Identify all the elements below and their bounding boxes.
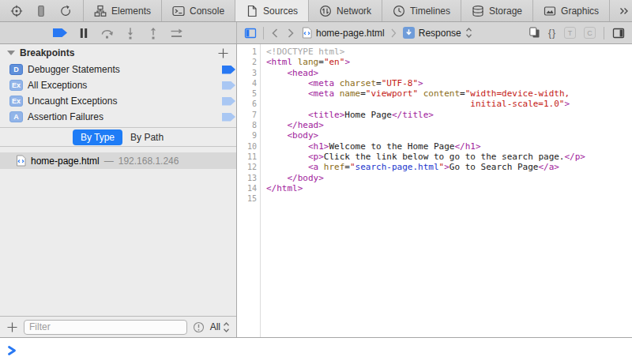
inspect-crosshair-button[interactable] <box>10 5 23 17</box>
tab-elements[interactable]: Elements <box>83 0 161 21</box>
line-number-gutter[interactable]: 123456789101112131415 <box>237 44 261 337</box>
breakpoint-flag-icon[interactable] <box>222 97 235 106</box>
code-line[interactable]: <!DOCTYPE html> <box>266 47 632 57</box>
breakpoint-label: All Exceptions <box>28 80 87 91</box>
pretty-print-button[interactable]: {} <box>548 28 556 39</box>
page-controls <box>0 0 83 21</box>
breakpoint-flag-icon[interactable] <box>222 66 235 74</box>
code-line[interactable]: </html> <box>266 183 632 193</box>
device-icon <box>35 5 47 17</box>
main-toolbar: ElementsConsoleSourcesNetworkTimelinesSt… <box>0 0 632 22</box>
type-icon: T <box>564 27 576 39</box>
breakpoint-item-uncaught-exceptions[interactable]: ExUncaught Exceptions <box>0 93 236 109</box>
line-number[interactable]: 5 <box>237 88 257 99</box>
line-number[interactable]: 6 <box>237 99 257 109</box>
braces-icon: {} <box>548 28 556 39</box>
copy-button[interactable] <box>529 27 540 39</box>
tab-network[interactable]: Network <box>308 0 382 21</box>
breakpoints-toggle-button[interactable] <box>53 28 67 37</box>
scope-by-path-button[interactable]: By Path <box>130 132 164 143</box>
reload-button[interactable] <box>59 5 72 17</box>
breakpoint-item-all-exceptions[interactable]: ExAll Exceptions <box>0 77 236 93</box>
line-number[interactable]: 12 <box>237 162 257 172</box>
line-number[interactable]: 9 <box>237 130 257 141</box>
show-types-button[interactable]: T <box>564 27 576 39</box>
pause-button[interactable] <box>77 28 90 39</box>
breakpoints-section-header[interactable]: Breakpoints <box>0 44 236 62</box>
step-next-button[interactable] <box>170 27 183 39</box>
filter-scope-label: All <box>210 321 220 332</box>
add-breakpoint-button[interactable] <box>217 47 229 59</box>
tab-timelines[interactable]: Timelines <box>382 0 461 21</box>
coverage-icon: C <box>584 27 596 39</box>
line-number[interactable]: 14 <box>237 183 257 193</box>
step-out-button[interactable] <box>147 27 160 39</box>
filter-add-button[interactable] <box>6 321 18 333</box>
breakpoint-flag-icon[interactable] <box>222 81 235 90</box>
step-into-button[interactable] <box>124 27 137 39</box>
filter-scope-picker[interactable]: All <box>210 321 230 332</box>
sources-icon <box>246 5 258 17</box>
filter-issues-button[interactable] <box>193 321 205 333</box>
tab-label: Storage <box>489 6 522 17</box>
filter-input[interactable] <box>24 320 187 335</box>
source-code[interactable]: <!DOCTYPE html><html lang="en"> <head> <… <box>261 44 632 337</box>
line-number[interactable]: 4 <box>237 78 257 88</box>
breakpoint-item-debugger-statements[interactable]: DDebugger Statements <box>0 62 236 77</box>
code-line[interactable]: <html lang="en"> <box>266 57 632 67</box>
breadcrumb[interactable]: home-page.html <box>302 27 385 39</box>
tab-storage[interactable]: Storage <box>461 0 532 21</box>
exclamation-circle-icon <box>193 321 205 333</box>
code-line[interactable]: <p>Click the link below to go to the sea… <box>266 152 632 162</box>
line-number[interactable]: 11 <box>237 152 257 162</box>
timelines-icon <box>393 5 405 17</box>
toggle-left-sidebar-button[interactable] <box>244 27 257 39</box>
history-back-button[interactable] <box>270 28 280 39</box>
tab-sources[interactable]: Sources <box>235 0 308 21</box>
line-number[interactable]: 8 <box>237 120 257 130</box>
divider <box>263 27 264 39</box>
tab-graphics[interactable]: Graphics <box>532 0 609 21</box>
code-line[interactable]: <body> <box>266 130 632 141</box>
resource-item-home-page[interactable]: home-page.html — 192.168.1.246 <box>0 152 236 169</box>
code-file-icon <box>302 27 312 39</box>
line-number[interactable]: 13 <box>237 173 257 183</box>
web-inspector-window: ElementsConsoleSourcesNetworkTimelinesSt… <box>0 0 632 363</box>
divider <box>604 27 604 39</box>
code-line[interactable]: <h1>Welcome to the Home Page</h1> <box>266 141 632 152</box>
code-line[interactable]: <meta name="viewport" content="width=dev… <box>266 88 632 99</box>
line-number[interactable]: 15 <box>237 193 257 204</box>
code-line[interactable]: initial-scale=1.0"> <box>266 99 632 109</box>
chevron-double-right-icon <box>618 5 630 17</box>
breakpoint-label: Assertion Failures <box>28 111 103 122</box>
breakpoint-flag-icon[interactable] <box>222 113 235 122</box>
line-number[interactable]: 3 <box>237 68 257 78</box>
content-nav-bar: home-page.html Response {} T C <box>237 22 632 43</box>
line-number[interactable]: 7 <box>237 110 257 120</box>
line-number[interactable]: 2 <box>237 57 257 67</box>
step-over-button[interactable] <box>100 27 114 39</box>
content-view-picker[interactable]: Response <box>403 27 472 39</box>
console-prompt-bar[interactable] <box>0 337 632 363</box>
toggle-right-sidebar-button[interactable] <box>612 27 625 39</box>
code-coverage-button[interactable]: C <box>584 27 596 39</box>
device-button[interactable] <box>35 5 47 17</box>
code-line[interactable]: <meta charset="UTF-8"> <box>266 78 632 88</box>
code-line[interactable]: <a href="search-page.html">Go to Search … <box>266 162 632 172</box>
code-line[interactable]: </body> <box>266 173 632 183</box>
tab-label: Sources <box>263 6 298 17</box>
overflow-tabs-button[interactable] <box>609 0 632 21</box>
code-line[interactable]: <head> <box>266 68 632 78</box>
breakpoint-item-assertion-failures[interactable]: AAssertion Failures <box>0 109 236 125</box>
tab-console[interactable]: Console <box>161 0 235 21</box>
code-line[interactable] <box>266 193 632 204</box>
scope-by-type-button[interactable]: By Type <box>73 129 122 145</box>
line-number[interactable]: 10 <box>237 141 257 152</box>
step-next-icon <box>170 27 183 39</box>
elements-icon <box>94 5 107 17</box>
code-line[interactable]: <title>Home Page</title> <box>266 110 632 120</box>
code-line[interactable]: </head> <box>266 120 632 130</box>
resource-origin: 192.168.1.246 <box>118 156 179 167</box>
line-number[interactable]: 1 <box>237 47 257 57</box>
history-forward-button[interactable] <box>286 28 295 39</box>
